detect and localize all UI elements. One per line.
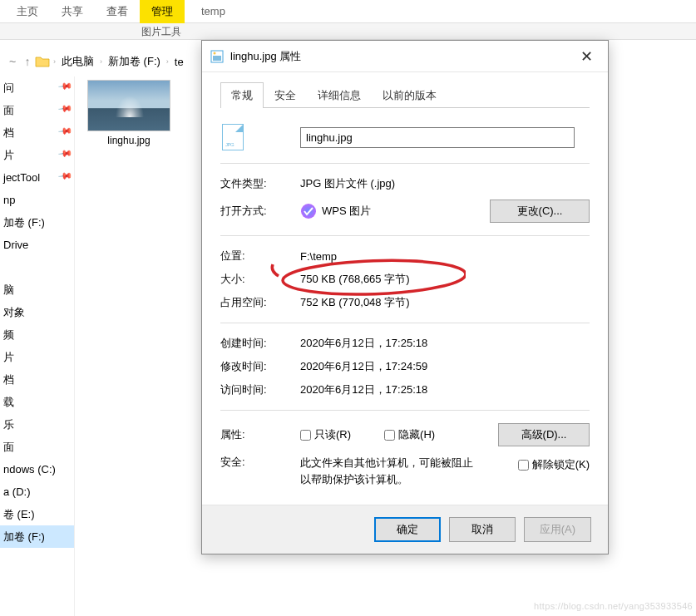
label-location: 位置: <box>220 249 300 264</box>
sidebar-item[interactable]: a (D:) <box>0 480 74 503</box>
nav-back-disabled: ~ <box>5 55 20 68</box>
hidden-checkbox[interactable] <box>384 430 395 441</box>
properties-tabstrip: 常规 安全 详细信息 以前的版本 <box>220 82 590 108</box>
value-security-text: 此文件来自其他计算机，可能被阻止以帮助保护该计算机。 <box>300 455 483 487</box>
tab-previous-versions[interactable]: 以前的版本 <box>372 82 447 108</box>
sidebar-item[interactable]: 档 <box>0 368 74 391</box>
file-thumbnail-item[interactable]: linghu.jpg <box>79 80 179 146</box>
sidebar-item[interactable]: jectTool📌 <box>0 166 74 189</box>
label-modified: 修改时间: <box>220 359 300 374</box>
file-type-icon: JPG <box>222 124 244 150</box>
properties-dialog: linghu.jpg 属性 ✕ 常规 安全 详细信息 以前的版本 JPG 文件类… <box>201 40 609 554</box>
pic-tools-label: 图片工具 <box>141 25 181 39</box>
label-filetype: 文件类型: <box>220 176 300 191</box>
sidebar-item[interactable]: 片📌 <box>0 144 74 166</box>
ribbon-panel: 图片工具 <box>0 23 696 40</box>
value-openwith: WPS 图片 <box>322 204 371 219</box>
readonly-checkbox[interactable] <box>300 430 311 441</box>
sidebar-item[interactable]: 频 <box>0 323 74 346</box>
sidebar-item[interactable]: 卷 (E:) <box>0 503 74 525</box>
breadcrumb-folder-label: temp <box>185 5 225 17</box>
tab-share[interactable]: 共享 <box>50 0 95 23</box>
sidebar-item[interactable]: 对象 <box>0 301 74 323</box>
readonly-checkbox-label[interactable]: 只读(R) <box>300 427 351 442</box>
sidebar: 问📌面📌档📌片📌jectTool📌np加卷 (F:)Drive脑对象频片档载乐面… <box>0 76 75 616</box>
crumb-drive[interactable]: 新加卷 (F:) <box>106 54 163 69</box>
svg-point-3 <box>301 204 316 219</box>
nav-up-icon[interactable]: ↑ <box>20 55 35 68</box>
folder-icon <box>35 55 50 68</box>
thumbnail-caption: linghu.jpg <box>79 135 179 146</box>
pin-icon: 📌 <box>57 169 75 187</box>
watermark: https://blog.csdn.net/yang353933546 <box>534 601 693 611</box>
value-modified: 2020年6月12日，17:24:59 <box>300 359 427 374</box>
label-openwith: 打开方式: <box>220 204 300 219</box>
pin-icon: 📌 <box>57 146 75 165</box>
svg-rect-1 <box>213 56 221 61</box>
tab-home[interactable]: 主页 <box>5 0 50 23</box>
value-size: 750 KB (768,665 字节) <box>300 272 410 287</box>
tab-view[interactable]: 查看 <box>95 0 140 23</box>
value-accessed: 2020年6月12日，17:25:18 <box>300 382 427 397</box>
sidebar-item[interactable]: 面📌 <box>0 99 74 121</box>
ribbon-tabs: 主页 共享 查看 管理 temp <box>0 0 696 23</box>
wps-icon <box>300 203 317 219</box>
chevron-right-icon: › <box>96 57 106 66</box>
chevron-right-icon: › <box>50 57 59 66</box>
unblock-checkbox[interactable] <box>518 460 529 471</box>
sidebar-item[interactable]: 面 <box>0 436 74 458</box>
pin-icon: 📌 <box>57 101 75 120</box>
sidebar-item[interactable]: 加卷 (F:) <box>0 525 74 548</box>
hidden-checkbox-label[interactable]: 隐藏(H) <box>384 427 435 442</box>
content-pane: linghu.jpg <box>79 76 200 146</box>
dialog-title: linghu.jpg 属性 <box>230 49 301 64</box>
change-button[interactable]: 更改(C)... <box>490 200 590 223</box>
value-size-on-disk: 752 KB (770,048 字节) <box>300 295 410 310</box>
sidebar-item[interactable]: ndows (C:) <box>0 458 74 480</box>
tab-general[interactable]: 常规 <box>220 82 264 108</box>
pin-icon: 📌 <box>57 79 75 97</box>
tab-pic-tools-header[interactable]: 管理 <box>140 0 185 23</box>
label-attributes: 属性: <box>220 427 300 442</box>
apply-button[interactable]: 应用(A) <box>524 517 591 542</box>
thumbnail-image <box>87 80 170 131</box>
label-size-on-disk: 占用空间: <box>220 295 300 310</box>
pin-icon: 📌 <box>57 124 75 142</box>
ok-button[interactable]: 确定 <box>374 517 441 542</box>
dialog-footer: 确定 取消 应用(A) <box>202 505 608 554</box>
value-created: 2020年6月12日，17:25:18 <box>300 336 427 351</box>
image-file-icon <box>210 50 224 63</box>
advanced-button[interactable]: 高级(D)... <box>498 423 590 446</box>
filename-input[interactable] <box>300 127 575 148</box>
sidebar-item[interactable]: 问📌 <box>0 76 74 99</box>
label-size: 大小: <box>220 272 300 287</box>
sidebar-item[interactable]: 加卷 (F:) <box>0 211 74 234</box>
value-filetype: JPG 图片文件 (.jpg) <box>300 176 395 191</box>
sidebar-item[interactable]: 档📌 <box>0 121 74 144</box>
sidebar-item[interactable] <box>0 256 74 278</box>
unblock-checkbox-label[interactable]: 解除锁定(K) <box>518 457 590 487</box>
svg-point-2 <box>214 52 216 54</box>
cancel-button[interactable]: 取消 <box>449 517 516 542</box>
crumb-folder[interactable]: te <box>172 56 186 68</box>
sidebar-item[interactable]: 片 <box>0 346 74 368</box>
sidebar-item[interactable]: Drive <box>0 234 74 256</box>
value-location: F:\temp <box>300 250 337 263</box>
sidebar-item[interactable]: np <box>0 189 74 211</box>
dialog-titlebar: linghu.jpg 属性 ✕ <box>202 41 608 72</box>
chevron-right-icon: › <box>163 57 172 66</box>
crumb-pc[interactable]: 此电脑 <box>59 54 96 69</box>
label-security: 安全: <box>220 455 300 470</box>
tab-details[interactable]: 详细信息 <box>307 82 372 108</box>
label-created: 创建时间: <box>220 336 300 351</box>
close-icon[interactable]: ✕ <box>573 49 600 64</box>
sidebar-item[interactable]: 载 <box>0 391 74 413</box>
sidebar-item[interactable]: 脑 <box>0 278 74 301</box>
label-accessed: 访问时间: <box>220 382 300 397</box>
tab-security[interactable]: 安全 <box>264 82 307 108</box>
sidebar-item[interactable]: 乐 <box>0 413 74 436</box>
